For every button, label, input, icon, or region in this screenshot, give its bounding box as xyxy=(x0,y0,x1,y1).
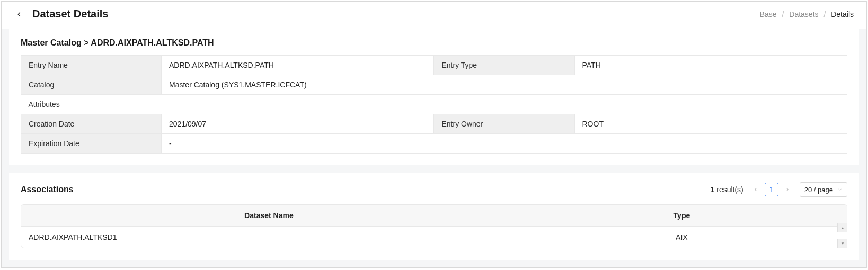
associations-title: Associations xyxy=(21,185,74,194)
dataset-name-cell: ADRD.AIXPATH.ALTKSD1 xyxy=(21,227,517,248)
breadcrumb-separator: / xyxy=(782,10,784,19)
table-row: Catalog Master Catalog (SYS1.MASTER.ICFC… xyxy=(21,75,847,95)
page-title: Dataset Details xyxy=(32,8,108,20)
dataset-type-cell: AIX xyxy=(517,227,847,248)
result-count-suffix: result(s) xyxy=(714,185,743,194)
svg-marker-1 xyxy=(841,242,844,244)
back-icon[interactable] xyxy=(14,10,24,19)
svg-marker-0 xyxy=(841,227,844,229)
creation-date-value: 2021/09/07 xyxy=(162,114,434,134)
breadcrumb-item[interactable]: Datasets xyxy=(789,10,818,19)
table-row: Entry Name ADRD.AIXPATH.ALTKSD.PATH Entr… xyxy=(21,56,847,75)
pagination: 1 xyxy=(749,183,794,196)
scroll-up-button[interactable] xyxy=(837,223,847,232)
entry-name-value: ADRD.AIXPATH.ALTKSD.PATH xyxy=(162,56,434,75)
entry-owner-value: ROOT xyxy=(574,114,847,134)
expiration-date-value: - xyxy=(162,134,847,154)
expiration-date-label: Expiration Date xyxy=(21,134,162,154)
attributes-header: Attributes xyxy=(21,95,847,114)
entry-name-label: Entry Name xyxy=(21,56,162,75)
associations-table: Dataset Name Type ADRD.AIXPATH.ALTKSD1AI… xyxy=(21,204,847,248)
column-header-dataset-name: Dataset Name xyxy=(21,205,517,227)
table-row: Attributes xyxy=(21,95,847,114)
breadcrumb: Base / Datasets / Details xyxy=(760,10,854,19)
breadcrumb-item[interactable]: Base xyxy=(760,10,777,19)
table-row: Expiration Date - xyxy=(21,134,847,154)
pager-page-1[interactable]: 1 xyxy=(765,183,778,196)
chevron-down-icon xyxy=(837,187,843,192)
entry-owner-label: Entry Owner xyxy=(434,114,574,134)
column-header-type: Type xyxy=(517,205,847,227)
scroll-down-button[interactable] xyxy=(837,239,847,248)
section-title-prefix: Master Catalog > xyxy=(21,38,91,47)
section-title-name: ADRD.AIXPATH.ALTKSD.PATH xyxy=(91,38,214,47)
creation-date-label: Creation Date xyxy=(21,114,162,134)
entry-type-label: Entry Type xyxy=(434,56,574,75)
detail-section-title: Master Catalog > ADRD.AIXPATH.ALTKSD.PAT… xyxy=(21,38,847,48)
breadcrumb-separator: / xyxy=(823,10,826,19)
catalog-value: Master Catalog (SYS1.MASTER.ICFCAT) xyxy=(162,75,847,95)
breadcrumb-current: Details xyxy=(831,10,854,19)
table-row[interactable]: ADRD.AIXPATH.ALTKSD1AIX xyxy=(21,227,847,248)
pager-prev-button[interactable] xyxy=(749,183,763,196)
entry-type-value: PATH xyxy=(574,56,847,75)
page-size-label: 20 / page xyxy=(804,186,833,194)
detail-table: Entry Name ADRD.AIXPATH.ALTKSD.PATH Entr… xyxy=(21,55,847,154)
catalog-label: Catalog xyxy=(21,75,162,95)
table-row: Creation Date 2021/09/07 Entry Owner ROO… xyxy=(21,114,847,134)
pager-next-button[interactable] xyxy=(781,183,794,196)
page-size-select[interactable]: 20 / page xyxy=(800,182,847,197)
result-count: 1 result(s) xyxy=(711,185,743,194)
